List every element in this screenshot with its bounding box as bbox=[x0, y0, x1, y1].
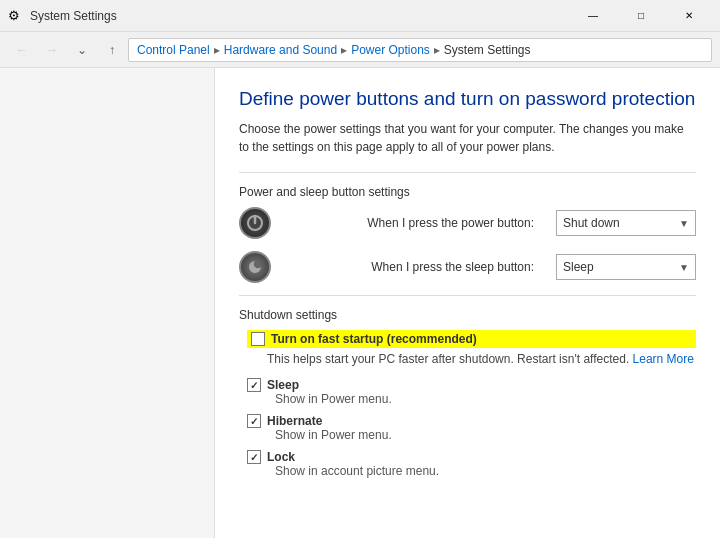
power-sleep-section-label: Power and sleep button settings bbox=[239, 185, 696, 199]
lock-sub-desc: Show in account picture menu. bbox=[275, 464, 696, 478]
power-icon bbox=[239, 207, 271, 239]
sleep-button-row: When I press the sleep button: Sleep ▼ bbox=[239, 251, 696, 283]
sleep-button-dropdown[interactable]: Sleep ▼ bbox=[556, 254, 696, 280]
power-svg-icon bbox=[246, 214, 264, 232]
lock-checkbox[interactable] bbox=[247, 450, 261, 464]
dropdown-button[interactable]: ⌄ bbox=[68, 36, 96, 64]
breadcrumb-sep-3: ▸ bbox=[434, 43, 440, 57]
divider-top bbox=[239, 172, 696, 173]
divider-middle bbox=[239, 295, 696, 296]
up-button[interactable]: ↑ bbox=[98, 36, 126, 64]
main-content: Define power buttons and turn on passwor… bbox=[215, 68, 720, 538]
sleep-svg-icon bbox=[247, 259, 263, 275]
sleep-group: Sleep Show in Power menu. bbox=[247, 378, 696, 406]
title-bar: ⚙ System Settings — □ ✕ bbox=[0, 0, 720, 32]
fast-startup-desc-text: This helps start your PC faster after sh… bbox=[267, 352, 629, 366]
breadcrumb: Control Panel ▸ Hardware and Sound ▸ Pow… bbox=[128, 38, 712, 62]
power-button-value: Shut down bbox=[563, 216, 620, 230]
shutdown-section-label: Shutdown settings bbox=[239, 308, 696, 322]
lock-checkbox-wrap: Lock bbox=[247, 450, 696, 464]
hibernate-checkbox[interactable] bbox=[247, 414, 261, 428]
sleep-button-label: When I press the sleep button: bbox=[283, 260, 544, 274]
page-title: Define power buttons and turn on passwor… bbox=[239, 88, 696, 110]
sleep-button-value: Sleep bbox=[563, 260, 594, 274]
sleep-label: Sleep bbox=[267, 378, 299, 392]
close-button[interactable]: ✕ bbox=[666, 1, 712, 31]
breadcrumb-current: System Settings bbox=[444, 43, 531, 57]
sleep-icon bbox=[239, 251, 271, 283]
sleep-checkbox-wrap: Sleep bbox=[247, 378, 696, 392]
hibernate-group: Hibernate Show in Power menu. bbox=[247, 414, 696, 442]
page-description: Choose the power settings that you want … bbox=[239, 120, 696, 156]
sleep-sub-desc: Show in Power menu. bbox=[275, 392, 696, 406]
hibernate-checkbox-wrap: Hibernate bbox=[247, 414, 696, 428]
fast-startup-row: Turn on fast startup (recommended) bbox=[247, 330, 696, 348]
power-button-label: When I press the power button: bbox=[283, 216, 544, 230]
nav-bar: ← → ⌄ ↑ Control Panel ▸ Hardware and Sou… bbox=[0, 32, 720, 68]
breadcrumb-sep-2: ▸ bbox=[341, 43, 347, 57]
power-button-row: When I press the power button: Shut down… bbox=[239, 207, 696, 239]
hibernate-label: Hibernate bbox=[267, 414, 322, 428]
power-button-dropdown[interactable]: Shut down ▼ bbox=[556, 210, 696, 236]
breadcrumb-hardware-sound[interactable]: Hardware and Sound bbox=[224, 43, 337, 57]
breadcrumb-control-panel[interactable]: Control Panel bbox=[137, 43, 210, 57]
app-icon: ⚙ bbox=[8, 8, 24, 24]
fast-startup-desc: This helps start your PC faster after sh… bbox=[267, 352, 696, 366]
title-bar-controls: — □ ✕ bbox=[570, 1, 712, 31]
sleep-checkbox[interactable] bbox=[247, 378, 261, 392]
breadcrumb-power-options[interactable]: Power Options bbox=[351, 43, 430, 57]
maximize-button[interactable]: □ bbox=[618, 1, 664, 31]
learn-more-link[interactable]: Learn More bbox=[633, 352, 694, 366]
breadcrumb-sep-1: ▸ bbox=[214, 43, 220, 57]
hibernate-sub-desc: Show in Power menu. bbox=[275, 428, 696, 442]
power-dropdown-arrow: ▼ bbox=[679, 218, 689, 229]
left-panel bbox=[0, 68, 215, 538]
back-button[interactable]: ← bbox=[8, 36, 36, 64]
fast-startup-label: Turn on fast startup (recommended) bbox=[271, 332, 477, 346]
title-bar-text: System Settings bbox=[30, 9, 117, 23]
content-wrapper: Define power buttons and turn on passwor… bbox=[0, 68, 720, 538]
forward-button[interactable]: → bbox=[38, 36, 66, 64]
lock-label: Lock bbox=[267, 450, 295, 464]
minimize-button[interactable]: — bbox=[570, 1, 616, 31]
lock-group: Lock Show in account picture menu. bbox=[247, 450, 696, 478]
sleep-dropdown-arrow: ▼ bbox=[679, 262, 689, 273]
fast-startup-checkbox[interactable] bbox=[251, 332, 265, 346]
